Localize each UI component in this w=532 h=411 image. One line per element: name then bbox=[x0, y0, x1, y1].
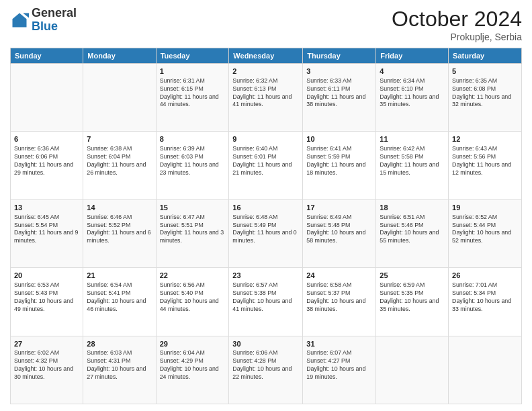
day-number: 29 bbox=[160, 339, 226, 349]
day-info: Sunrise: 6:59 AM Sunset: 5:35 PM Dayligh… bbox=[380, 281, 445, 314]
day-number: 8 bbox=[160, 134, 226, 144]
calendar-cell: 4Sunrise: 6:34 AM Sunset: 6:10 PM Daylig… bbox=[376, 64, 449, 132]
day-number: 24 bbox=[306, 271, 372, 281]
logo-blue: Blue bbox=[32, 19, 58, 33]
calendar-body: 1Sunrise: 6:31 AM Sunset: 6:15 PM Daylig… bbox=[11, 64, 522, 404]
calendar-cell: 13Sunrise: 6:45 AM Sunset: 5:54 PM Dayli… bbox=[11, 199, 83, 267]
day-info: Sunrise: 6:34 AM Sunset: 6:10 PM Dayligh… bbox=[380, 77, 445, 109]
day-info: Sunrise: 6:49 AM Sunset: 5:48 PM Dayligh… bbox=[306, 214, 372, 246]
day-number: 22 bbox=[160, 271, 226, 281]
day-number: 3 bbox=[306, 66, 372, 77]
day-number: 25 bbox=[380, 271, 445, 281]
calendar-cell: 26Sunrise: 7:01 AM Sunset: 5:34 PM Dayli… bbox=[449, 268, 522, 336]
calendar-cell: 17Sunrise: 6:49 AM Sunset: 5:48 PM Dayli… bbox=[303, 199, 376, 267]
calendar-cell: 14Sunrise: 6:46 AM Sunset: 5:52 PM Dayli… bbox=[83, 199, 156, 267]
day-number: 17 bbox=[306, 203, 372, 213]
day-info: Sunrise: 6:54 AM Sunset: 5:41 PM Dayligh… bbox=[87, 281, 152, 314]
weekday-row: SundayMondayTuesdayWednesdayThursdayFrid… bbox=[11, 48, 522, 64]
day-number: 27 bbox=[14, 339, 79, 349]
calendar-cell: 8Sunrise: 6:39 AM Sunset: 6:03 PM Daylig… bbox=[156, 132, 229, 199]
day-number: 2 bbox=[232, 66, 299, 77]
weekday-header-wednesday: Wednesday bbox=[229, 48, 303, 64]
calendar-cell: 20Sunrise: 6:53 AM Sunset: 5:43 PM Dayli… bbox=[11, 268, 83, 336]
calendar-cell: 11Sunrise: 6:42 AM Sunset: 5:58 PM Dayli… bbox=[376, 132, 449, 199]
day-number: 31 bbox=[306, 339, 372, 349]
month-title: October 2024 bbox=[392, 7, 522, 32]
day-info: Sunrise: 6:07 AM Sunset: 4:27 PM Dayligh… bbox=[306, 349, 372, 381]
day-info: Sunrise: 6:47 AM Sunset: 5:51 PM Dayligh… bbox=[160, 214, 226, 246]
logo-icon bbox=[10, 11, 29, 30]
day-number: 5 bbox=[452, 66, 518, 77]
calendar-cell: 18Sunrise: 6:51 AM Sunset: 5:46 PM Dayli… bbox=[376, 199, 449, 267]
calendar-cell bbox=[11, 64, 83, 132]
day-number: 4 bbox=[380, 66, 445, 77]
location-subtitle: Prokuplje, Serbia bbox=[392, 32, 522, 42]
title-block: October 2024 Prokuplje, Serbia bbox=[392, 7, 522, 42]
day-info: Sunrise: 6:31 AM Sunset: 6:15 PM Dayligh… bbox=[160, 77, 226, 109]
day-number: 13 bbox=[14, 203, 79, 213]
svg-marker-0 bbox=[13, 13, 27, 27]
day-info: Sunrise: 6:33 AM Sunset: 6:11 PM Dayligh… bbox=[306, 77, 372, 109]
day-info: Sunrise: 6:02 AM Sunset: 4:32 PM Dayligh… bbox=[14, 349, 79, 381]
day-info: Sunrise: 6:48 AM Sunset: 5:49 PM Dayligh… bbox=[232, 214, 299, 246]
day-number: 10 bbox=[306, 134, 372, 144]
day-info: Sunrise: 6:41 AM Sunset: 5:59 PM Dayligh… bbox=[306, 145, 372, 177]
day-info: Sunrise: 6:35 AM Sunset: 6:08 PM Dayligh… bbox=[452, 77, 518, 109]
calendar-cell: 1Sunrise: 6:31 AM Sunset: 6:15 PM Daylig… bbox=[156, 64, 229, 132]
day-info: Sunrise: 7:01 AM Sunset: 5:34 PM Dayligh… bbox=[452, 281, 518, 314]
calendar-cell: 28Sunrise: 6:03 AM Sunset: 4:31 PM Dayli… bbox=[83, 336, 156, 404]
calendar-cell bbox=[449, 336, 522, 404]
calendar-cell: 27Sunrise: 6:02 AM Sunset: 4:32 PM Dayli… bbox=[11, 336, 83, 404]
weekday-header-friday: Friday bbox=[376, 48, 449, 64]
day-number: 26 bbox=[452, 271, 518, 281]
calendar-cell: 21Sunrise: 6:54 AM Sunset: 5:41 PM Dayli… bbox=[83, 268, 156, 336]
day-info: Sunrise: 6:52 AM Sunset: 5:44 PM Dayligh… bbox=[452, 214, 518, 246]
week-row-1: 6Sunrise: 6:36 AM Sunset: 6:06 PM Daylig… bbox=[11, 132, 522, 199]
week-row-4: 27Sunrise: 6:02 AM Sunset: 4:32 PM Dayli… bbox=[11, 336, 522, 404]
week-row-2: 13Sunrise: 6:45 AM Sunset: 5:54 PM Dayli… bbox=[11, 199, 522, 267]
calendar-cell bbox=[376, 336, 449, 404]
day-info: Sunrise: 6:38 AM Sunset: 6:04 PM Dayligh… bbox=[87, 145, 152, 177]
day-info: Sunrise: 6:40 AM Sunset: 6:01 PM Dayligh… bbox=[232, 145, 299, 177]
day-info: Sunrise: 6:57 AM Sunset: 5:38 PM Dayligh… bbox=[232, 281, 299, 314]
day-number: 28 bbox=[87, 339, 152, 349]
day-number: 9 bbox=[232, 134, 299, 144]
calendar-header: SundayMondayTuesdayWednesdayThursdayFrid… bbox=[11, 48, 522, 64]
day-number: 30 bbox=[232, 339, 299, 349]
day-info: Sunrise: 6:36 AM Sunset: 6:06 PM Dayligh… bbox=[14, 145, 79, 177]
day-info: Sunrise: 6:51 AM Sunset: 5:46 PM Dayligh… bbox=[380, 214, 445, 246]
day-info: Sunrise: 6:45 AM Sunset: 5:54 PM Dayligh… bbox=[14, 214, 79, 246]
header: General Blue October 2024 Prokuplje, Ser… bbox=[10, 7, 522, 42]
day-number: 14 bbox=[87, 203, 152, 213]
day-number: 7 bbox=[87, 134, 152, 144]
calendar-cell: 9Sunrise: 6:40 AM Sunset: 6:01 PM Daylig… bbox=[229, 132, 303, 199]
calendar-cell: 15Sunrise: 6:47 AM Sunset: 5:51 PM Dayli… bbox=[156, 199, 229, 267]
day-number: 20 bbox=[14, 271, 79, 281]
calendar-table: SundayMondayTuesdayWednesdayThursdayFrid… bbox=[10, 48, 522, 404]
week-row-3: 20Sunrise: 6:53 AM Sunset: 5:43 PM Dayli… bbox=[11, 268, 522, 336]
calendar-cell: 30Sunrise: 6:06 AM Sunset: 4:28 PM Dayli… bbox=[229, 336, 303, 404]
weekday-header-tuesday: Tuesday bbox=[156, 48, 229, 64]
day-info: Sunrise: 6:06 AM Sunset: 4:28 PM Dayligh… bbox=[232, 349, 299, 381]
calendar-cell: 29Sunrise: 6:04 AM Sunset: 4:29 PM Dayli… bbox=[156, 336, 229, 404]
day-number: 23 bbox=[232, 271, 299, 281]
logo: General Blue bbox=[10, 7, 77, 34]
day-info: Sunrise: 6:56 AM Sunset: 5:40 PM Dayligh… bbox=[160, 281, 226, 314]
logo-text: General Blue bbox=[32, 7, 77, 34]
page: General Blue October 2024 Prokuplje, Ser… bbox=[0, 0, 532, 411]
day-number: 19 bbox=[452, 203, 518, 213]
calendar-cell: 24Sunrise: 6:58 AM Sunset: 5:37 PM Dayli… bbox=[303, 268, 376, 336]
calendar-cell: 31Sunrise: 6:07 AM Sunset: 4:27 PM Dayli… bbox=[303, 336, 376, 404]
day-number: 1 bbox=[160, 66, 226, 77]
day-number: 12 bbox=[452, 134, 518, 144]
weekday-header-monday: Monday bbox=[83, 48, 156, 64]
calendar-cell: 19Sunrise: 6:52 AM Sunset: 5:44 PM Dayli… bbox=[449, 199, 522, 267]
calendar-cell: 6Sunrise: 6:36 AM Sunset: 6:06 PM Daylig… bbox=[11, 132, 83, 199]
day-info: Sunrise: 6:58 AM Sunset: 5:37 PM Dayligh… bbox=[306, 281, 372, 314]
weekday-header-sunday: Sunday bbox=[11, 48, 83, 64]
calendar-cell: 3Sunrise: 6:33 AM Sunset: 6:11 PM Daylig… bbox=[303, 64, 376, 132]
calendar-cell: 7Sunrise: 6:38 AM Sunset: 6:04 PM Daylig… bbox=[83, 132, 156, 199]
day-number: 21 bbox=[87, 271, 152, 281]
weekday-header-thursday: Thursday bbox=[303, 48, 376, 64]
day-number: 15 bbox=[160, 203, 226, 213]
